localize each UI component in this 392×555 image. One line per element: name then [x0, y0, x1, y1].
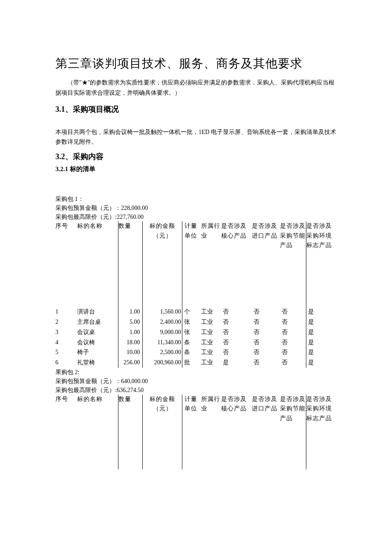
cell-env: 是	[306, 307, 337, 317]
package-1-table: 序号 标的名称 数量 标的金额（元） 计量单位 所属行业 是否涉及核心产品 是否…	[55, 221, 337, 368]
cell-core: 否	[221, 307, 252, 317]
package-1-ceiling-label: 采购包最高限价（元）:	[55, 214, 117, 220]
package-2-ceiling-label: 采购包最高限价（元）:	[55, 387, 117, 393]
table-row: 3 会议桌 1.00 9,000.00 张 工业 否 否 否 是	[55, 327, 337, 337]
col-core: 是否涉及核心产品	[221, 221, 252, 307]
table-row: 6 礼堂椅 256.00 200,960.00 批 工业 是 否 否 是	[55, 357, 337, 368]
col-industry: 所属行业	[199, 395, 221, 469]
table-row: 4 会议椅 18.00 11,340.00 条 工业 否 否 否 是	[55, 337, 337, 348]
chapter-title: 第三章谈判项目技术、服务、商务及其他要求	[55, 55, 337, 72]
package-2-label: 果购包 2:	[55, 368, 337, 377]
section-3-2-heading: 3.2、采购内容	[55, 151, 337, 162]
col-unit: 计量单位	[182, 395, 199, 469]
cell-energy: 否	[280, 357, 306, 368]
cell-env: 是	[306, 327, 337, 337]
package-1-budget: 采购包预算金额（元）：228,000.00	[55, 203, 337, 212]
package-2-ceiling-value: 636,274.50	[117, 387, 144, 393]
section-3-2-1-heading: 3.2.1 标的清单	[55, 165, 337, 173]
cell-qty: 5.00	[118, 317, 143, 327]
package-1-ceiling-value: 227,760.00	[117, 214, 144, 220]
table-row: 2 主席台桌 5.00 2,400.00 张 工业 否 否 否 是	[55, 317, 337, 327]
col-qty: 数量	[118, 395, 143, 469]
col-unit: 计量单位	[182, 221, 199, 307]
cell-name: 椅子	[75, 347, 118, 357]
col-qty: 数量	[118, 221, 143, 307]
cell-seq: 2	[55, 317, 75, 327]
cell-amount: 2,400.00	[143, 317, 182, 327]
col-energy: 是否涉及采购节能产品	[280, 221, 306, 307]
cell-import: 否	[252, 317, 280, 327]
package-1-ceiling: 采购包最高限价（元）:227,760.00	[55, 212, 337, 221]
package-1-body: 1 演讲台 1.00 1,560.00 个 工业 否 否 否 是 2 主席台桌 …	[55, 307, 337, 368]
table-header-row: 序号 标的名称 数量 标的金额（元） 计量单位 所属行业 是否涉及核心产品 是否…	[55, 221, 337, 307]
cell-seq: 4	[55, 337, 75, 348]
cell-name: 主席台桌	[75, 317, 118, 327]
cell-amount: 2,500.00	[143, 347, 182, 357]
cell-industry: 工业	[199, 347, 221, 357]
cell-industry: 工业	[199, 357, 221, 368]
cell-seq: 6	[55, 357, 75, 368]
package-2-budget-label: 采购包预算金额（元）：	[55, 378, 121, 384]
col-industry: 所属行业	[199, 221, 221, 307]
col-seq: 序号	[55, 221, 75, 307]
table-row: 1 演讲台 1.00 1,560.00 个 工业 否 否 否 是	[55, 307, 337, 317]
table-row: 5 椅子 10.00 2,500.00 条 工业 否 否 否 是	[55, 347, 337, 357]
cell-qty: 256.00	[118, 357, 143, 368]
cell-env: 是	[306, 337, 337, 348]
cell-amount: 1,560.00	[143, 307, 182, 317]
cell-env: 是	[306, 317, 337, 327]
col-name: 标的名称	[75, 221, 118, 307]
cell-core: 是	[221, 357, 252, 368]
col-amount: 标的金额（元）	[143, 221, 182, 307]
cell-name: 会议椅	[75, 337, 118, 348]
cell-energy: 否	[280, 337, 306, 348]
cell-qty: 10.00	[118, 347, 143, 357]
cell-unit: 条	[182, 347, 199, 357]
cell-unit: 批	[182, 357, 199, 368]
col-energy: 是否涉及采购节能产品	[280, 395, 306, 469]
cell-import: 否	[252, 327, 280, 337]
package-2-table: 序号 标的名称 数量 标的金额（元） 计量单位 所属行业 是否涉及核心产品 是否…	[55, 395, 337, 469]
cell-industry: 工业	[199, 327, 221, 337]
cell-name: 会议桌	[75, 327, 118, 337]
package-1-budget-label: 采购包预算金额（元）：	[55, 205, 121, 211]
cell-seq: 1	[55, 307, 75, 317]
cell-industry: 工业	[199, 307, 221, 317]
cell-core: 否	[221, 327, 252, 337]
cell-name: 演讲台	[75, 307, 118, 317]
cell-seq: 3	[55, 327, 75, 337]
cell-energy: 否	[280, 327, 306, 337]
cell-core: 否	[221, 317, 252, 327]
cell-unit: 条	[182, 337, 199, 348]
package-2-ceiling: 采购包最高限价（元）:636,274.50	[55, 386, 337, 395]
cell-amount: 9,000.00	[143, 327, 182, 337]
cell-env: 是	[306, 357, 337, 368]
cell-name: 礼堂椅	[75, 357, 118, 368]
section-3-1-body: 本项目共两个包，采购会议椅一批及触控一体机一批，1ED 电子显示屏、音响系统各一…	[55, 127, 337, 148]
table-header-row: 序号 标的名称 数量 标的金额（元） 计量单位 所属行业 是否涉及核心产品 是否…	[55, 395, 337, 469]
cell-unit: 个	[182, 307, 199, 317]
cell-industry: 工业	[199, 337, 221, 348]
package-1-label: 采购包 1：	[55, 195, 337, 203]
package-2-budget: 采购包预算金额（元）：640,000.00	[55, 377, 337, 386]
col-import: 是否涉及进口产品	[252, 221, 280, 307]
cell-unit: 张	[182, 327, 199, 337]
cell-env: 是	[306, 347, 337, 357]
col-env: 是否涉及采购环境标志产品	[306, 221, 337, 307]
cell-amount: 11,340.00	[143, 337, 182, 348]
cell-energy: 否	[280, 347, 306, 357]
chapter-intro: （带"★"的参数需求为实质性要求，供应商必须响应并满足的参数需求，采购人、采购代…	[55, 78, 337, 98]
package-2-budget-value: 640,000.00	[121, 378, 148, 384]
col-env: 是否涉及采购环境标志产品	[306, 395, 337, 469]
cell-import: 否	[252, 357, 280, 368]
cell-import: 否	[252, 347, 280, 357]
cell-energy: 否	[280, 307, 306, 317]
col-name: 标的名称	[75, 395, 118, 469]
col-import: 是否涉及进口产品	[252, 395, 280, 469]
cell-import: 否	[252, 337, 280, 348]
cell-unit: 张	[182, 317, 199, 327]
section-3-1-heading: 3.1、采购项目概况	[55, 104, 337, 114]
col-seq: 序号	[55, 395, 75, 469]
cell-amount: 200,960.00	[143, 357, 182, 368]
cell-seq: 5	[55, 347, 75, 357]
